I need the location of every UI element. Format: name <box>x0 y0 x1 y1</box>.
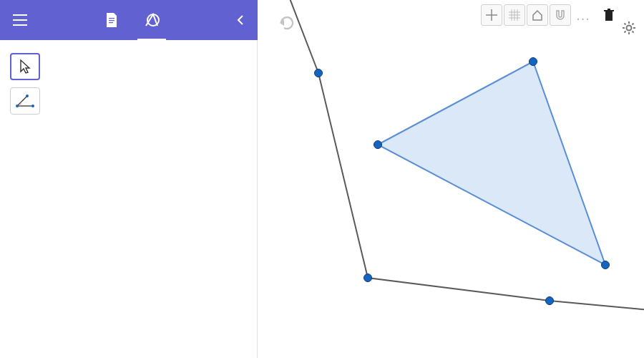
move-tool-button[interactable] <box>10 53 40 80</box>
triangle-shape[interactable] <box>378 62 605 265</box>
triangle-vertex-0[interactable] <box>374 141 382 149</box>
svg-rect-21 <box>604 10 614 11</box>
home-view-button[interactable] <box>527 4 548 26</box>
sidebar <box>0 40 258 358</box>
polyline-point-1[interactable] <box>364 274 372 282</box>
view-buttons-group <box>481 4 571 26</box>
pointer-icon <box>18 59 32 74</box>
reflect-tool-button[interactable] <box>10 87 40 115</box>
tab-tools[interactable] <box>140 6 163 34</box>
delete-button[interactable] <box>600 6 618 24</box>
svg-rect-1 <box>13 19 27 21</box>
svg-line-8 <box>17 96 27 106</box>
trash-icon <box>602 8 615 22</box>
header-tabs <box>31 6 232 34</box>
ellipsis-icon: ... <box>576 7 590 24</box>
tab-document[interactable] <box>100 6 123 34</box>
magnet-icon <box>554 9 567 21</box>
geometry-layer <box>259 0 644 358</box>
svg-rect-4 <box>109 20 114 21</box>
chevron-left-icon <box>237 15 244 25</box>
point-capture-button[interactable] <box>550 4 571 26</box>
svg-point-11 <box>26 95 29 97</box>
svg-line-28 <box>625 24 626 25</box>
triangle-vertex-2[interactable] <box>602 261 610 269</box>
svg-rect-5 <box>109 22 113 23</box>
gear-icon <box>622 21 636 35</box>
app-header <box>0 0 258 40</box>
svg-line-31 <box>633 24 634 25</box>
collapse-sidebar-button[interactable] <box>232 11 249 29</box>
svg-point-9 <box>16 105 19 107</box>
svg-rect-2 <box>13 24 27 26</box>
polyline-point-0[interactable] <box>315 69 323 77</box>
grid-icon <box>508 9 521 21</box>
undo-icon <box>277 16 296 30</box>
toggle-grid-button[interactable] <box>504 4 525 26</box>
hamburger-icon <box>13 14 27 26</box>
svg-rect-3 <box>109 18 114 19</box>
triangle-vertex-1[interactable] <box>530 58 537 66</box>
svg-rect-20 <box>605 11 613 21</box>
document-icon <box>105 13 118 27</box>
undo-button[interactable] <box>276 13 296 33</box>
svg-rect-22 <box>608 9 610 10</box>
svg-line-30 <box>625 32 626 33</box>
reflect-angle-icon <box>16 93 34 109</box>
home-icon <box>531 9 544 21</box>
graphics-canvas[interactable]: ... <box>259 0 644 358</box>
canvas-toolbar: ... <box>481 4 638 26</box>
more-options-button[interactable]: ... <box>574 7 592 24</box>
polyline-point-2[interactable] <box>546 297 554 305</box>
menu-button[interactable] <box>9 9 31 32</box>
geometry-tools-icon <box>144 12 160 28</box>
tool-palette <box>10 53 40 115</box>
settings-button[interactable] <box>620 19 638 37</box>
toggle-axes-button[interactable] <box>481 4 502 26</box>
axes-icon <box>485 9 498 21</box>
svg-line-29 <box>633 32 634 33</box>
svg-point-10 <box>31 105 34 107</box>
svg-point-23 <box>627 26 632 31</box>
svg-rect-0 <box>13 14 27 16</box>
